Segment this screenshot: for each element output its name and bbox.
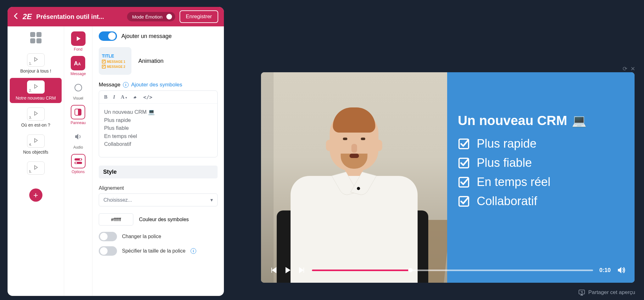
svg-text:A: A [74, 60, 78, 67]
slide-label: Nos objectifs [11, 150, 60, 155]
mode-toggle[interactable]: Mode Émotion [127, 12, 175, 21]
message-label: Message [99, 82, 120, 88]
mode-label: Mode Émotion [132, 14, 163, 19]
slide-overlay: Un nouveau CRM 💻 Plus rapide Plus fiable… [447, 72, 635, 283]
document-title: Présentation outil int... [36, 13, 123, 20]
slides-column: 1. Bonjour à tous ! 2. Notre nouveau CRM… [8, 26, 64, 296]
color-label: Couleur des symboles [139, 217, 189, 222]
tab-panneau[interactable]: Panneau [70, 105, 86, 125]
bullet-2: Plus fiable [458, 156, 624, 170]
prev-button[interactable] [270, 266, 277, 274]
tabs-column: Fond AA Message Visuel Panneau Audio Opt… [64, 26, 92, 296]
slide-item-3[interactable]: 3. Où en est-on ? [10, 105, 62, 130]
bold-button[interactable]: B [104, 94, 108, 100]
play-icon [71, 31, 86, 46]
alignment-select[interactable]: Choisissez... ▾ [99, 194, 218, 206]
share-icon [578, 289, 585, 296]
play-icon [33, 57, 38, 63]
style-header: Style [99, 166, 218, 178]
presenter-figure [285, 101, 423, 283]
mode-dot [166, 14, 172, 19]
editor-toolbar: B I A ▾ </> [99, 91, 217, 104]
close-icon[interactable]: ✕ [630, 65, 635, 72]
moon-icon [71, 80, 86, 95]
animation-row: TITLE MESSAGE 1 MESSAGE 2 Animation [99, 47, 218, 75]
add-message-label: Ajouter un message [121, 33, 172, 40]
save-button[interactable]: Enregistrer [180, 10, 218, 23]
add-symbols-link[interactable]: Ajouter des symboles [131, 82, 182, 88]
slide-label: Notre nouveau CRM [11, 95, 60, 101]
slide-label: Où en est-on ? [11, 123, 60, 128]
check-icon [458, 157, 470, 169]
info-icon[interactable]: i [123, 82, 129, 88]
bullet-1: Plus rapide [458, 137, 624, 150]
svg-point-6 [80, 159, 81, 160]
volume-button[interactable] [617, 266, 626, 275]
preview-window-controls: ⟳ ✕ [623, 65, 635, 72]
next-button[interactable] [298, 266, 306, 274]
editor-body[interactable]: Un nouveau CRM 💻 Plus rapide Plus fiable… [99, 104, 217, 157]
slide-item-5[interactable]: 5. [10, 159, 62, 179]
time-display: 0:10 [599, 267, 611, 274]
video-preview: Un nouveau CRM 💻 Plus rapide Plus fiable… [261, 72, 635, 283]
italic-button[interactable]: I [113, 94, 115, 100]
eraser-button[interactable] [133, 94, 138, 100]
play-icon [33, 111, 38, 117]
animation-preview-card[interactable]: TITLE MESSAGE 1 MESSAGE 2 [99, 47, 131, 75]
back-button[interactable] [13, 12, 18, 21]
refresh-icon[interactable]: ⟳ [623, 65, 627, 72]
panel-icon [71, 105, 85, 119]
grid-view-icon[interactable] [30, 32, 42, 43]
sliders-icon [71, 154, 86, 168]
play-button[interactable] [284, 266, 292, 274]
bullet-3: En temps réel [458, 175, 624, 189]
share-preview-link[interactable]: Partager cet aperçu [578, 289, 635, 296]
check-icon [458, 138, 470, 150]
progress-bar[interactable] [312, 270, 593, 271]
top-bar: 2E Présentation outil int... Mode Émotio… [8, 7, 224, 26]
slide-item-2[interactable]: 2. Notre nouveau CRM [10, 78, 62, 103]
tab-fond[interactable]: Fond [71, 31, 86, 52]
slide-item-4[interactable]: 4. Nos objectifs [10, 132, 62, 157]
chevron-down-icon: ▾ [210, 197, 213, 203]
check-icon [458, 195, 470, 207]
style-section: Style Alignement Choisissez... ▾ Couleur… [99, 166, 218, 256]
video-frame [261, 72, 447, 283]
rich-text-editor: B I A ▾ </> Un nouveau CRM 💻 Plus rapide… [99, 90, 218, 157]
font-change-toggle[interactable] [99, 232, 117, 241]
svg-text:A: A [78, 62, 81, 66]
bullet-4: Collaboratif [458, 194, 624, 208]
logo: 2E [23, 12, 32, 21]
panel-body: 1. Bonjour à tous ! 2. Notre nouveau CRM… [8, 26, 224, 296]
color-input[interactable] [99, 213, 133, 226]
font-size-toggle[interactable] [99, 246, 117, 256]
slide-title: Un nouveau CRM 💻 [458, 113, 624, 128]
svg-rect-4 [78, 109, 81, 115]
svg-point-2 [75, 84, 82, 91]
info-icon[interactable]: i [191, 248, 196, 254]
tab-audio[interactable]: Audio [71, 129, 86, 150]
code-button[interactable]: </> [143, 94, 153, 100]
laptop-icon: 💻 [572, 114, 586, 128]
tab-options[interactable]: Options [71, 154, 86, 174]
lapel-mic-icon [357, 187, 360, 190]
add-message-row: Ajouter un message [99, 31, 218, 41]
slide-item-1[interactable]: 1. Bonjour à tous ! [10, 51, 62, 76]
text-icon: AA [71, 56, 85, 70]
message-label-row: Message i Ajouter des symboles [99, 82, 218, 88]
content-column: Ajouter un message TITLE MESSAGE 1 MESSA… [92, 26, 224, 296]
font-change-row: Changer la police [99, 232, 218, 241]
tab-visuel[interactable]: Visuel [71, 80, 86, 101]
alignment-label: Alignement [99, 185, 218, 191]
add-message-toggle[interactable] [99, 31, 117, 41]
play-icon [33, 138, 38, 144]
font-size-row: Spécifier la taille de la police i [99, 246, 218, 256]
play-icon [33, 165, 38, 171]
text-color-button[interactable]: A ▾ [121, 94, 127, 100]
tab-message[interactable]: AA Message [70, 56, 86, 76]
play-icon [33, 84, 38, 90]
add-slide-button[interactable]: + [29, 188, 42, 202]
svg-point-8 [75, 162, 77, 164]
symbol-color-row: Couleur des symboles [99, 213, 218, 226]
animation-label: Animation [138, 58, 164, 64]
